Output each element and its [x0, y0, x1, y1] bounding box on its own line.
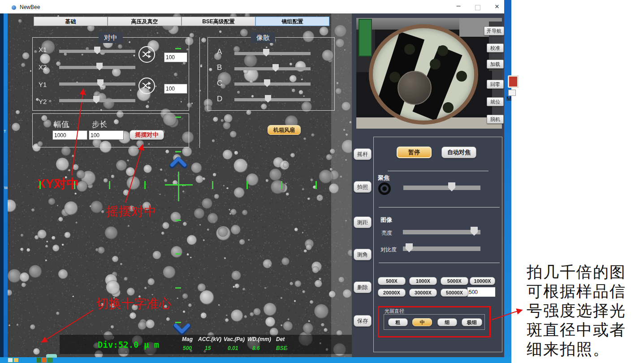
mag-button-20000X[interactable]: 20000X: [378, 289, 406, 297]
spot-button-细[interactable]: 细: [437, 318, 457, 326]
disc-hole: [404, 44, 415, 55]
step-label: 步长: [92, 119, 107, 130]
swap-x-button[interactable]: [138, 46, 155, 63]
mag-button-50000X[interactable]: 50000X: [441, 289, 468, 297]
contrast-slider-track[interactable]: [403, 246, 480, 251]
annotation-side-note: 拍几千倍的图可根据样品信号强度选择光斑直径中或者细来拍照。: [527, 263, 628, 359]
scale-dash: [175, 151, 181, 152]
mag-button-30000X[interactable]: 30000X: [409, 289, 437, 297]
swap-arrows-icon: [139, 47, 154, 62]
astigmatism-title: 像散: [251, 32, 275, 43]
image-section-label: 图像: [380, 216, 392, 224]
scale-tick: [109, 181, 110, 189]
tool-button-删除[interactable]: 删除: [354, 281, 372, 293]
contrast-label: 对比度: [380, 246, 397, 254]
taskbar-icon[interactable]: [8, 358, 13, 363]
desktop-icon[interactable]: [508, 75, 519, 88]
spot-diameter-label: 光斑直径: [385, 308, 404, 315]
tool-button-测距[interactable]: 测距: [354, 216, 372, 228]
desktop-left-strip: T W: [4, 13, 8, 357]
astig-slider-label-C: C: [217, 79, 222, 88]
mag-button-1000X[interactable]: 1000X: [409, 277, 437, 285]
tab-镜组配置[interactable]: 镜组配置: [255, 17, 329, 26]
focus-target-icon[interactable]: [378, 182, 391, 195]
tool-button-拍照[interactable]: 拍照: [354, 181, 372, 193]
taskbar-icon[interactable]: [48, 358, 53, 363]
amplitude-input[interactable]: [52, 130, 87, 140]
crosshair-toggle-icon[interactable]: [46, 354, 57, 358]
taskbar: [0, 357, 511, 363]
scale-tick: [144, 181, 146, 189]
centering-slider-label-X2: X2: [39, 63, 47, 71]
crosshair: [165, 184, 193, 186]
scale-tick: [39, 181, 41, 189]
swap-arrows-icon: [139, 78, 154, 93]
pause-button[interactable]: 暂停: [397, 147, 432, 158]
close-button[interactable]: ×: [490, 1, 504, 12]
centering-offset-input-2[interactable]: [164, 84, 187, 94]
wobble-centering-button[interactable]: 摇摆对中: [130, 130, 164, 140]
taskbar-icon[interactable]: [14, 358, 18, 362]
tab-基础[interactable]: 基础: [34, 17, 108, 26]
taskbar-icon[interactable]: [37, 358, 41, 363]
status-value-Mag: 500: [183, 345, 192, 351]
scale-dash: [175, 220, 181, 221]
nav-button-开导航[interactable]: 开导航: [484, 26, 504, 35]
status-value-WD.(mm): 8.6: [252, 345, 260, 351]
tab-高压及真空[interactable]: 高压及真空: [108, 17, 182, 26]
status-header-ACC.(kV): ACC.(kV): [198, 336, 221, 342]
desktop-edge-dark: [0, 13, 4, 357]
nav-button-加载[interactable]: 加载: [487, 60, 504, 69]
annotation-xy-centering: XY对中: [37, 175, 79, 192]
astig-slider-A-track[interactable]: [234, 52, 311, 55]
tool-button-保存[interactable]: 保存: [354, 315, 372, 327]
brightness-label: 亮度: [381, 229, 392, 237]
status-header-Vac.(Pa): Vac.(Pa): [224, 336, 245, 342]
tool-button-测角[interactable]: 测角: [354, 249, 372, 260]
astig-slider-C-track[interactable]: [234, 82, 311, 86]
focus-slider-track[interactable]: [403, 186, 480, 190]
astig-slider-label-B: B: [217, 63, 222, 72]
spot-button-极细[interactable]: 极细: [462, 318, 482, 326]
nav-button-脱机[interactable]: 脱机: [487, 115, 504, 124]
astig-slider-label-A: A: [217, 48, 222, 56]
mag-button-5000X[interactable]: 5000X: [441, 277, 468, 285]
maximize-icon[interactable]: [475, 5, 480, 10]
mag-button-500X[interactable]: 500X: [378, 277, 406, 285]
centering-slider-label-Y2: Y2: [39, 98, 47, 105]
magnification-input[interactable]: [467, 287, 495, 297]
nav-button-回零[interactable]: 回零: [487, 80, 504, 89]
spot-button-粗[interactable]: 粗: [388, 318, 408, 326]
crosshair: [178, 172, 179, 201]
step-input[interactable]: [89, 130, 124, 140]
disc-hole: [456, 71, 467, 82]
centering-slider-label-X1: X1: [39, 46, 47, 53]
centering-offset-input-1[interactable]: [164, 52, 187, 62]
scale-tick: [281, 181, 282, 189]
minimize-button[interactable]: –: [452, 1, 465, 12]
spot-button-中[interactable]: 中: [412, 318, 432, 326]
nav-button-校准[interactable]: 校准: [487, 43, 504, 52]
brightness-slider-track[interactable]: [403, 230, 480, 234]
disc-hole: [430, 59, 441, 69]
annotation-wobble: 摇摆对中: [106, 203, 156, 220]
pole-piece-disc: [369, 24, 478, 125]
scale-tick: [316, 181, 317, 189]
tab-BSE高级配置[interactable]: BSE高级配置: [182, 17, 255, 26]
astig-slider-D-track[interactable]: [234, 98, 311, 101]
app-icon: [12, 5, 16, 10]
scale-dash: [175, 48, 181, 49]
window-title: NewBee: [20, 4, 40, 10]
nav-button-就位[interactable]: 就位: [487, 97, 504, 106]
chassis-fan-button[interactable]: 机箱风扇: [268, 125, 301, 135]
amplitude-label: 幅值: [54, 119, 69, 130]
scale-dash: [175, 287, 181, 289]
taskbar-icon[interactable]: [42, 358, 47, 363]
autofocus-button[interactable]: 自动对焦: [441, 147, 476, 158]
tool-button-摇杆[interactable]: 摇杆: [354, 148, 372, 160]
swap-y-button[interactable]: [138, 78, 155, 94]
mag-button-10000X[interactable]: 10000X: [470, 277, 495, 285]
division-readout: Div:52.0 μ m: [98, 340, 159, 350]
desktop-right-strip: [504, 0, 511, 363]
centering-title: 对中: [99, 32, 123, 43]
